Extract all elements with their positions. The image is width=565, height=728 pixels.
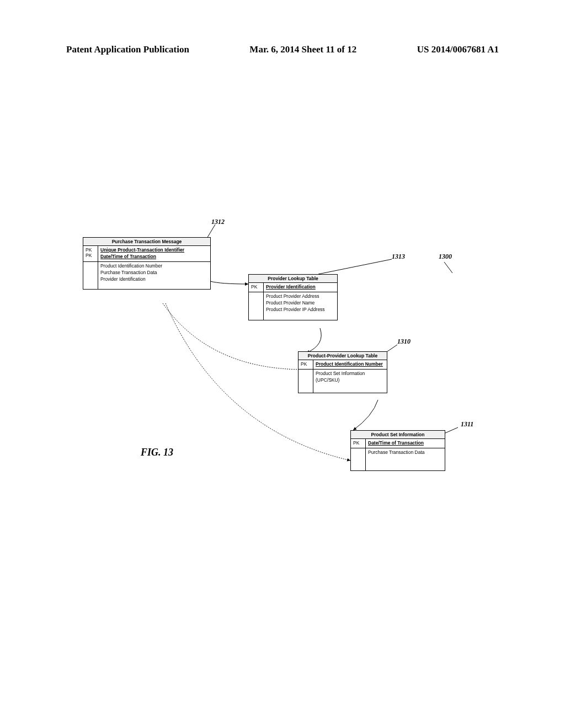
entity-key-field: Date/Time of Transaction (100, 254, 208, 260)
entity-product-provider-lookup-table: Product-Provider Lookup Table PK Product… (298, 351, 387, 393)
entity-key-field: Date/Time of Transaction (368, 440, 443, 447)
er-diagram: 1312 1313 1300 1310 1311 Purchase Transa… (77, 210, 486, 529)
ref-1313: 1313 (392, 253, 405, 261)
svg-line-4 (444, 427, 458, 433)
ref-1300: 1300 (439, 253, 452, 261)
entity-pk-label: PK (249, 283, 264, 292)
entity-attr: Purchase Transaction Data (368, 449, 443, 456)
header-patent-number: US 2014/0067681 A1 (417, 44, 499, 55)
entity-pk-spacer (83, 262, 98, 290)
svg-line-1 (318, 259, 392, 274)
entity-attr: Product Identification Number (100, 263, 208, 270)
entity-title: Purchase Transaction Message (83, 238, 210, 246)
ref-1312: 1312 (211, 218, 225, 226)
page-header: Patent Application Publication Mar. 6, 2… (0, 44, 565, 55)
header-date-sheet: Mar. 6, 2014 Sheet 11 of 12 (249, 44, 356, 55)
entity-pk-spacer (351, 448, 366, 470)
entity-attr: Product Provider Address (266, 293, 335, 300)
entity-product-set-information: Product Set Information PK Date/Time of … (350, 430, 445, 471)
entity-attr: Provider Identification (100, 276, 208, 283)
entity-attr: Purchase Transaction Data (100, 270, 208, 276)
header-publication: Patent Application Publication (66, 44, 189, 55)
entity-pk-spacer (249, 292, 264, 320)
entity-attr: Product Provider Name (266, 300, 335, 307)
entity-attr: Product Provider IP Address (266, 307, 335, 313)
ref-1311: 1311 (461, 420, 473, 429)
entity-provider-lookup-table: Provider Lookup Table PK Provider Identi… (248, 274, 338, 320)
svg-line-0 (207, 224, 215, 238)
figure-label: FIG. 13 (141, 447, 173, 458)
entity-key-field: Unique Product-Transaction Identifier (100, 247, 208, 254)
svg-line-2 (444, 262, 452, 273)
entity-key-field: Provider Identification (266, 284, 335, 291)
entity-pk-spacer (299, 370, 313, 393)
entity-title: Product-Provider Lookup Table (299, 352, 387, 360)
entity-pk-label: PK PK (83, 246, 98, 261)
entity-pk-label: PK (351, 439, 366, 448)
entity-attr: Product Set Information (UPC/SKU) (316, 371, 385, 384)
ref-1310: 1310 (397, 338, 411, 346)
entity-purchase-transaction-message: Purchase Transaction Message PK PK Uniqu… (83, 237, 211, 290)
entity-title: Product Set Information (351, 431, 445, 439)
entity-pk-label: PK (299, 360, 313, 369)
entity-key-field: Product Identification Number (316, 361, 385, 368)
entity-title: Provider Lookup Table (249, 275, 337, 283)
